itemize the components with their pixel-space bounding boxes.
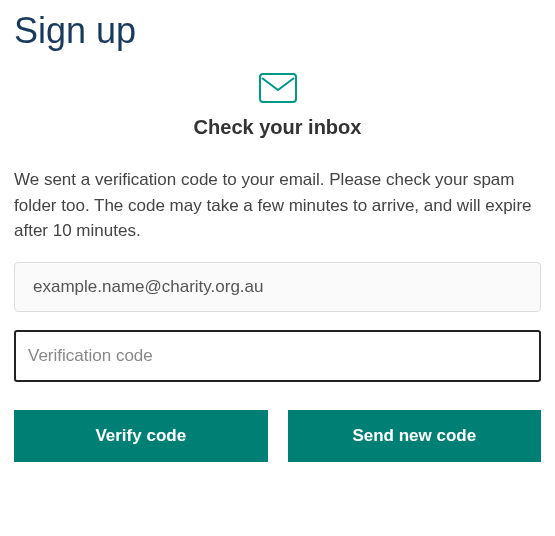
verification-code-input[interactable]	[14, 330, 541, 382]
check-inbox-heading: Check your inbox	[14, 116, 541, 139]
send-new-code-button[interactable]: Send new code	[288, 410, 542, 462]
button-row: Verify code Send new code	[14, 410, 541, 462]
icon-wrap	[14, 72, 541, 108]
instructions-text: We sent a verification code to your emai…	[14, 167, 541, 244]
email-display: example.name@charity.org.au	[14, 262, 541, 312]
verify-code-button[interactable]: Verify code	[14, 410, 268, 462]
svg-rect-0	[260, 74, 296, 102]
page-title: Sign up	[14, 10, 541, 52]
envelope-icon	[258, 72, 298, 104]
